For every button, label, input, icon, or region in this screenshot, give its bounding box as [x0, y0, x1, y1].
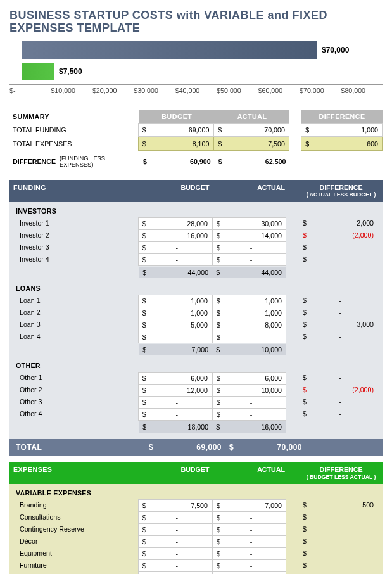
cell-diff: $-	[298, 307, 379, 319]
table-row: Loan 2$1,000$1,000$-	[9, 307, 383, 319]
cell-budget[interactable]: $6,000	[138, 372, 212, 384]
cell-budget[interactable]: $-	[138, 547, 212, 559]
cell-actual[interactable]: $-	[212, 535, 286, 547]
table-row: Insurance$-$-$-	[9, 571, 383, 574]
cell-budget[interactable]: $7,500	[138, 499, 212, 511]
row-label: Investor 1	[13, 217, 138, 229]
cell-diff: $-	[298, 547, 379, 559]
axis-tick: $30,000	[134, 87, 175, 94]
cell-actual[interactable]: $10,000	[212, 384, 286, 396]
cell-actual[interactable]: $8,000	[212, 319, 286, 331]
funding-total-row: TOTAL $69,000 $70,000	[9, 439, 383, 456]
group-title: INVESTORS	[9, 205, 383, 217]
subtotal-row: $18,000$16,000	[9, 421, 383, 433]
row-label: Furniture	[13, 559, 138, 571]
cell-budget[interactable]: $-	[138, 408, 212, 421]
cell-budget[interactable]: $1,000	[138, 307, 212, 319]
cell-budget[interactable]: $-	[138, 253, 212, 266]
cell-budget[interactable]: $-	[138, 396, 212, 408]
cell-actual[interactable]: $30,000	[212, 217, 286, 229]
cell-actual[interactable]: $-	[212, 253, 286, 266]
bar-funding	[22, 41, 317, 59]
cell-budget[interactable]: $8,100	[138, 137, 214, 151]
cell-diff: $-	[298, 396, 379, 408]
cell-actual[interactable]: $14,000	[212, 229, 286, 241]
table-row: Consultations$-$-$-	[9, 511, 383, 523]
group-title: VARIABLE EXPENSES	[9, 487, 383, 499]
cell-actual[interactable]: $1,000	[212, 295, 286, 307]
cell-actual[interactable]: $-	[212, 511, 286, 523]
cell-budget[interactable]: $-	[138, 331, 212, 343]
cell-budget[interactable]: $-	[138, 241, 212, 253]
funding-header: FUNDING BUDGET ACTUAL DIFFERENCE( ACTUAL…	[9, 180, 383, 202]
cell-diff: $600	[301, 137, 383, 151]
summary-difference-label: DIFFERENCE (FUNDING LESS EXPENSES)	[9, 153, 139, 170]
row-label: Loan 3	[13, 319, 138, 331]
subtotal-budget: $7,000	[139, 344, 212, 355]
cell-actual[interactable]: $7,000	[212, 499, 286, 511]
row-label: Loan 1	[13, 295, 138, 307]
summary-row-label: TOTAL FUNDING	[9, 123, 138, 137]
row-label: Other 2	[13, 384, 138, 396]
cell-budget[interactable]: $16,000	[138, 229, 212, 241]
cell-budget[interactable]: $-	[138, 511, 212, 523]
summary-budget-header: BUDGET	[139, 110, 215, 123]
summary-diff-budget: $60,900	[139, 153, 215, 170]
cell-diff: $-	[298, 241, 379, 253]
cell-actual[interactable]: $-	[212, 408, 286, 421]
cell-actual[interactable]: $-	[212, 547, 286, 559]
row-label: Investor 3	[13, 241, 138, 253]
cell-diff: $(2,000)	[298, 384, 379, 396]
row-label: Loan 4	[13, 331, 138, 343]
summary-actual-header: ACTUAL	[215, 110, 290, 123]
cell-diff: $-	[298, 559, 379, 571]
cell-budget[interactable]: $1,000	[138, 295, 212, 307]
row-label: Branding	[13, 499, 138, 511]
cell-budget[interactable]: $5,000	[138, 319, 212, 331]
bar-expenses-label: $7,500	[59, 67, 82, 76]
funding-section: FUNDING BUDGET ACTUAL DIFFERENCE( ACTUAL…	[9, 180, 383, 456]
cell-actual[interactable]: $-	[212, 331, 286, 343]
table-row: Other 4$-$-$-	[9, 408, 383, 421]
table-row: Loan 3$5,000$8,000$3,000	[9, 319, 383, 331]
subtotal-actual: $10,000	[212, 344, 286, 355]
axis-tick: $-	[9, 87, 51, 94]
cell-budget[interactable]: $-	[138, 523, 212, 535]
cell-actual[interactable]: $-	[212, 396, 286, 408]
axis-tick: $40,000	[175, 87, 217, 94]
cell-budget[interactable]: $-	[138, 559, 212, 571]
cell-actual[interactable]: $-	[212, 241, 286, 253]
cell-diff: $-	[298, 511, 379, 523]
table-row: Contingency Reserve$-$-$-	[9, 523, 383, 535]
cell-budget[interactable]: $28,000	[138, 217, 212, 229]
axis-tick: $20,000	[92, 87, 134, 94]
cell-diff: $(2,000)	[298, 229, 379, 241]
cell-actual[interactable]: $6,000	[212, 372, 286, 384]
cell-actual[interactable]: $70,000	[213, 123, 289, 137]
cell-actual[interactable]: $1,000	[212, 307, 286, 319]
axis-tick: $70,000	[300, 87, 341, 94]
row-label: Loan 2	[13, 307, 138, 319]
chart-axis: $-$10,000$20,000$30,000$40,000$50,000$60…	[9, 84, 383, 94]
cell-budget[interactable]: $-	[138, 535, 212, 547]
cell-actual[interactable]: $7,500	[213, 137, 289, 151]
subtotal-row: $44,000$44,000	[9, 267, 383, 278]
table-row: Equipment$-$-$-	[9, 547, 383, 559]
cell-budget[interactable]: $-	[138, 571, 212, 574]
cell-budget[interactable]: $12,000	[138, 384, 212, 396]
group-title: LOANS	[9, 282, 383, 295]
table-row: Branding$7,500$7,000$500	[9, 499, 383, 511]
cell-diff: $-	[298, 331, 379, 343]
cell-actual[interactable]: $-	[212, 523, 286, 535]
row-label: Décor	[13, 535, 138, 547]
cell-diff: $2,000	[298, 217, 379, 229]
cell-actual[interactable]: $-	[212, 571, 286, 574]
axis-tick: $50,000	[217, 87, 258, 94]
summary-section: SUMMARY BUDGET ACTUAL DIFFERENCE TOTAL F…	[9, 110, 383, 170]
row-label: Equipment	[13, 547, 138, 559]
cell-actual[interactable]: $-	[212, 559, 286, 571]
summary-row: TOTAL EXPENSES$8,100$7,500$600	[9, 137, 383, 151]
cell-budget[interactable]: $69,000	[138, 123, 214, 137]
cell-diff: $-	[298, 523, 379, 535]
bar-chart: $70,000 $7,500 $-$10,000$20,000$30,000$4…	[9, 41, 383, 94]
